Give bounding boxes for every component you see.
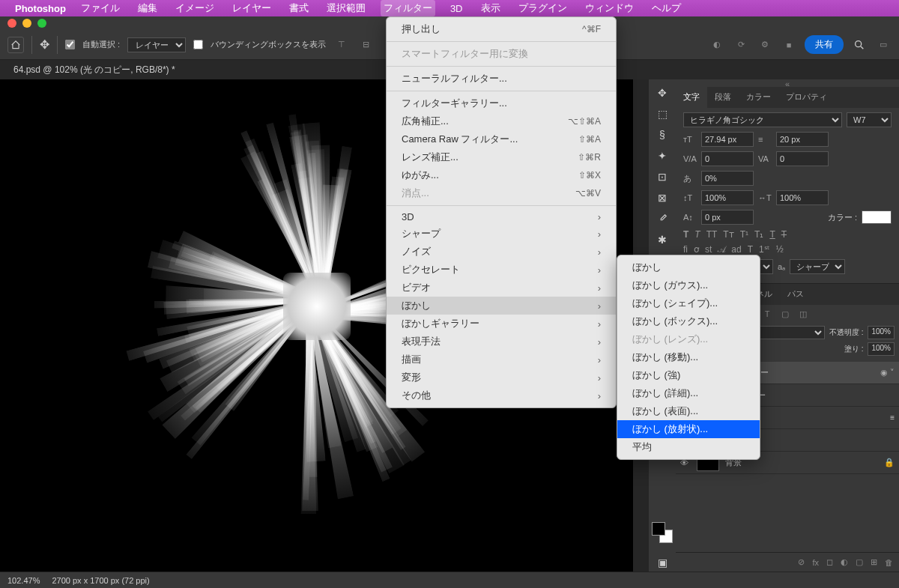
kerning[interactable] [701, 151, 754, 166]
fi-icon[interactable]: fi [683, 244, 688, 255]
frame-tool[interactable]: ⊠ [652, 189, 673, 207]
workspace-icon[interactable]: ▭ [875, 37, 892, 52]
menu-help[interactable]: ヘルプ [649, 0, 684, 16]
italic-icon[interactable]: T [694, 229, 700, 240]
filter-group-3d[interactable]: 3D› [387, 209, 616, 225]
fill-value[interactable]: 100% [868, 342, 895, 356]
font-family[interactable]: ヒラギノ角ゴシック [683, 112, 842, 127]
filter-neural[interactable]: ニューラルフィルター... [387, 70, 616, 88]
filter-lens[interactable]: レンズ補正...⇧⌘R [387, 148, 616, 166]
video-icon[interactable]: ■ [781, 37, 797, 52]
bbox-checkbox[interactable] [193, 40, 203, 49]
fx-add-icon[interactable]: fx [812, 558, 819, 567]
opacity-value[interactable]: 100% [868, 326, 895, 339]
blur-shape[interactable]: ぼかし (シェイプ)... [617, 294, 760, 312]
share-button[interactable]: 共有 [805, 35, 844, 54]
fraction-new-icon[interactable]: 1ˢᵗ [759, 244, 770, 255]
tab-color[interactable]: カラー [739, 87, 778, 108]
filter-wideangle[interactable]: 広角補正...⌥⇧⌘A [387, 112, 616, 130]
close-button[interactable] [7, 19, 16, 28]
baseline-shift[interactable] [701, 210, 754, 225]
blur-motion[interactable]: ぼかし (移動)... [617, 348, 760, 366]
filter-group-stylize[interactable]: 表現手法› [387, 333, 616, 351]
text-color-swatch[interactable] [862, 210, 892, 224]
trash-icon[interactable]: 🗑 [885, 558, 893, 567]
menu-image[interactable]: イメージ [172, 0, 217, 16]
subscript-icon[interactable]: T₁ [754, 229, 763, 240]
allcaps-icon[interactable]: TT [706, 229, 718, 240]
tracking[interactable] [776, 151, 829, 166]
zoom-value[interactable]: 102.47% [7, 576, 40, 585]
refresh-icon[interactable]: ⟳ [733, 37, 749, 52]
search-icon[interactable] [851, 37, 868, 52]
filter-group-other[interactable]: その他› [387, 387, 616, 404]
mask-icon[interactable]: ◻ [826, 557, 833, 567]
bold-icon[interactable]: T [683, 229, 688, 240]
filter-smart-convert[interactable]: スマートフィルター用に変換 [387, 45, 616, 63]
superscript-icon[interactable]: T¹ [740, 229, 748, 240]
filter-repeat[interactable]: 押し出し^⌘F [387, 20, 616, 38]
blur-more[interactable]: ぼかし (強) [617, 366, 760, 384]
smallcaps-icon[interactable]: Tᴛ [723, 229, 733, 240]
lasso-tool[interactable]: § [652, 126, 673, 144]
screenmode-icon[interactable]: ▣ [652, 554, 673, 572]
move-tool[interactable]: ✥ [652, 84, 673, 102]
fraction-icon[interactable]: ½ [776, 244, 784, 255]
move-tool-icon[interactable]: ✥ [40, 37, 49, 52]
edit-icon[interactable]: ≡ [890, 413, 895, 422]
strike-icon[interactable]: T [781, 229, 787, 240]
menu-window[interactable]: ウィンドウ [582, 0, 637, 16]
font-size[interactable] [701, 132, 754, 147]
marquee-tool[interactable]: ⬚ [652, 105, 673, 123]
font-weight[interactable]: W7 [847, 112, 892, 127]
zoom-button[interactable] [37, 19, 46, 28]
tab-character[interactable]: 文字 [676, 87, 707, 108]
document-tab[interactable]: 64.psd @ 102% (光 のコピー, RGB/8*) * [7, 61, 181, 79]
fx-icon[interactable]: ◉ ˅ [880, 368, 895, 378]
menu-edit[interactable]: 編集 [135, 0, 160, 16]
menu-plugins[interactable]: プラグイン [515, 0, 570, 16]
filter-vanish[interactable]: 消点...⌥⌘V [387, 184, 616, 202]
titling2-icon[interactable]: T [748, 244, 753, 255]
blur-box[interactable]: ぼかし (ボックス)... [617, 312, 760, 330]
heal-tool[interactable]: ✱ [652, 231, 673, 249]
filter-group-blurgallery[interactable]: ぼかしギャラリー› [387, 315, 616, 333]
filter-smart-icon[interactable]: ◫ [796, 308, 810, 320]
blur-average[interactable]: 平均 [617, 438, 760, 456]
vert-scale[interactable] [701, 190, 754, 205]
ordinal-icon[interactable]: ơ [694, 244, 699, 255]
gear-icon[interactable]: ⚙ [757, 37, 773, 52]
horiz-scale[interactable] [776, 190, 829, 205]
filter-shape-icon[interactable]: ▢ [778, 308, 792, 320]
align-middle-icon[interactable]: ⊟ [357, 37, 374, 52]
underline-icon[interactable]: T [769, 229, 775, 240]
menu-select[interactable]: 選択範囲 [324, 0, 369, 16]
filter-liquify[interactable]: ゆがみ...⇧⌘X [387, 166, 616, 184]
filter-type-icon[interactable]: T [760, 308, 774, 320]
filter-gallery[interactable]: フィルターギャラリー... [387, 94, 616, 112]
blur-plain[interactable]: ぼかし [617, 258, 760, 276]
new-layer-icon[interactable]: ⊞ [871, 557, 877, 567]
swash-icon[interactable]: 𝒜 [718, 244, 725, 255]
fg-color[interactable] [652, 522, 665, 536]
blur-radial[interactable]: ぼかし (放射状)... [617, 420, 760, 438]
blur-lens[interactable]: ぼかし (レンズ)... [617, 330, 760, 348]
menu-view[interactable]: 表示 [478, 0, 503, 16]
titling-icon[interactable]: ad [731, 244, 741, 255]
blur-gaussian[interactable]: ぼかし (ガウス)... [617, 276, 760, 294]
st-icon[interactable]: st [705, 244, 712, 255]
adjust-icon[interactable]: ◐ [841, 557, 848, 567]
blur-smart[interactable]: ぼかし (詳細)... [617, 384, 760, 402]
eyedropper-tool[interactable] [652, 210, 673, 228]
home-button[interactable] [7, 37, 24, 53]
align-top-icon[interactable]: ⊤ [333, 37, 350, 52]
tab-paragraph[interactable]: 段落 [707, 87, 739, 108]
menu-file[interactable]: ファイル [78, 0, 123, 16]
tab-properties[interactable]: プロパティ [778, 87, 835, 108]
tab-paths[interactable]: パス [780, 284, 811, 305]
filter-group-pixelate[interactable]: ピクセレート› [387, 261, 616, 279]
antialias[interactable]: シャープ [790, 259, 845, 274]
autoselect-checkbox[interactable] [65, 40, 75, 49]
menu-filter[interactable]: フィルター [381, 0, 435, 16]
menu-3d[interactable]: 3D [447, 1, 466, 16]
